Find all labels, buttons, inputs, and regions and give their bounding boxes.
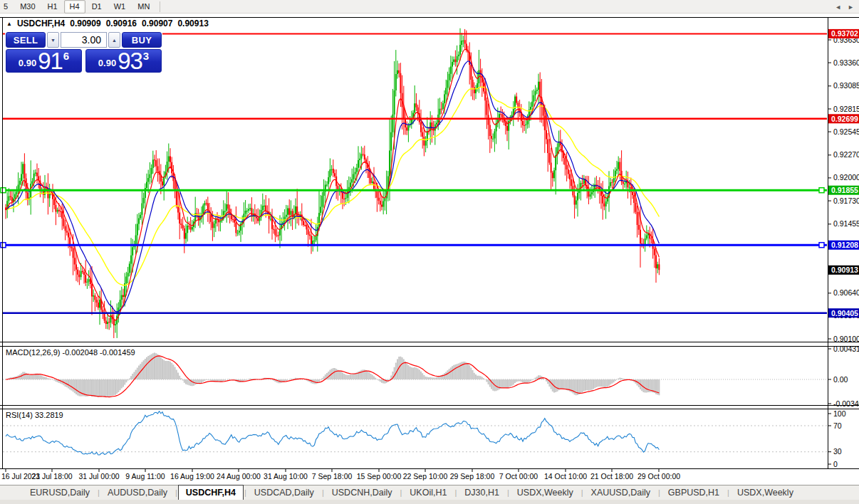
tab-XAUUSD-Daily[interactable]: XAUUSD,Daily xyxy=(584,486,657,499)
tab-scroll-left-icon[interactable]: ◄ xyxy=(835,4,841,11)
axis-badge-label-0.91208: 0.91208 xyxy=(831,241,858,249)
price-tick-0.91455: 0.91455 xyxy=(833,219,859,228)
macd-values: -0.002048 -0.001459 xyxy=(62,348,135,357)
ohlc-close: 0.90913 xyxy=(177,19,208,28)
date-label-10: 29 Sep 18:00 xyxy=(450,472,495,481)
price-tick-0.90640: 0.90640 xyxy=(833,288,859,297)
time-axis: 16 Jul 202123 Jul 18:0031 Jul 00:009 Aug… xyxy=(1,468,680,481)
ohlc-open: 0.90909 xyxy=(70,19,100,28)
chart-ohlc-header: ▲ USDCHF,H4 0.90909 0.90916 0.90907 0.90… xyxy=(6,19,209,28)
axis-badge-label-0.91855: 0.91855 xyxy=(831,186,858,194)
macd-tick--0.003405: -0.003405 xyxy=(833,399,859,408)
buy-button[interactable]: BUY xyxy=(122,32,162,48)
rsi-indicator-label: RSI(14) 33.2819 xyxy=(6,411,63,419)
timeframe-MN[interactable]: MN xyxy=(132,0,155,14)
rsi-tick-0: 0 xyxy=(833,460,838,468)
tab-USDX-Weekly[interactable]: USDX,Weekly xyxy=(730,486,801,499)
rsi-tick-70: 70 xyxy=(833,421,842,430)
volume-input[interactable]: 3.00 xyxy=(61,32,107,48)
ohlc-high: 0.90916 xyxy=(106,19,137,28)
date-label-13: 21 Oct 18:00 xyxy=(590,472,633,481)
mt4-terminal: { "toolbar": {"timeframes": ["5", "M30",… xyxy=(0,0,859,504)
price-tick-0.93360: 0.93360 xyxy=(833,58,859,67)
price-tick-0.90100: 0.90100 xyxy=(833,335,859,343)
sell-button[interactable]: SELL xyxy=(6,32,46,48)
tab-GBPUSD-H1[interactable]: GBPUSD,H1 xyxy=(661,486,727,499)
macd-name: MACD(12,26,9) xyxy=(6,348,60,357)
collapse-trade-panel-icon[interactable]: ▲ xyxy=(6,21,12,27)
indicator-panels[interactable] xyxy=(3,353,827,455)
tab-EURUSD-Daily[interactable]: EURUSD,Daily xyxy=(23,486,97,499)
tab-AUDUSD-Daily[interactable]: AUDUSD,Daily xyxy=(100,486,175,499)
buy-price-prefix: 0.90 xyxy=(98,58,116,68)
timeframe-5[interactable]: 5 xyxy=(0,0,14,14)
rsi-tick-100: 100 xyxy=(833,409,846,418)
candle-wicks-down xyxy=(6,29,659,338)
timeframe-M30[interactable]: M30 xyxy=(14,0,41,14)
hline-handle-0.91855[interactable] xyxy=(1,188,6,193)
timeframe-H1[interactable]: H1 xyxy=(42,0,63,14)
date-label-1: 23 Jul 18:00 xyxy=(31,472,72,481)
tab-USDCNH-Daily[interactable]: USDCNH,Daily xyxy=(325,486,400,499)
moving-average-15 xyxy=(6,61,659,312)
window-bottom-edge xyxy=(0,500,859,504)
date-label-6: 31 Aug 10:00 xyxy=(264,472,308,481)
main-price-panel[interactable] xyxy=(1,28,827,338)
tab-scroll-controls: ◄ ► xyxy=(835,4,854,11)
moving-average-40 xyxy=(6,87,659,285)
price-chart[interactable]: 0.936300.933600.930850.928150.925450.922… xyxy=(0,0,859,504)
sell-price-prefix: 0.90 xyxy=(19,58,36,68)
date-label-12: 14 Oct 10:00 xyxy=(544,472,587,481)
sell-price-pip: 6 xyxy=(63,50,69,62)
rsi-value: 33.2819 xyxy=(35,411,63,419)
price-tick-0.93085: 0.93085 xyxy=(833,81,859,90)
price-tick-0.92545: 0.92545 xyxy=(833,127,859,136)
ohlc-low: 0.90907 xyxy=(142,19,172,28)
candle-wicks-up xyxy=(7,28,657,338)
tab-scroll-right-icon[interactable]: ► xyxy=(848,4,854,11)
buy-price-box[interactable]: 0.90 93 3 xyxy=(85,49,162,73)
sell-price-main: 91 xyxy=(38,51,63,71)
timeframe-toolbar: 5M30H1H4D1W1MN xyxy=(0,0,859,14)
axis-badge-label-0.90913: 0.90913 xyxy=(831,266,858,274)
date-label-3: 9 Aug 11:00 xyxy=(125,472,165,481)
price-axis: 0.936300.933600.930850.928150.925450.922… xyxy=(828,29,859,468)
moving-average-7 xyxy=(6,49,659,320)
price-tick-0.92815: 0.92815 xyxy=(833,105,859,113)
candle-bodies-down xyxy=(6,40,659,325)
date-label-14: 29 Oct 00:00 xyxy=(637,472,680,481)
date-label-11: 7 Oct 00:00 xyxy=(499,472,538,481)
tab-DJ30-H1[interactable]: DJ30,H1 xyxy=(457,486,506,499)
buy-price-pip: 3 xyxy=(143,50,149,62)
tab-USDX-Weekly[interactable]: USDX,Weekly xyxy=(510,486,581,499)
hline-handle-0.91208[interactable] xyxy=(819,243,824,248)
sell-price-box[interactable]: 0.90 91 6 xyxy=(6,49,82,73)
tab-USDCAD-Daily[interactable]: USDCAD,Daily xyxy=(247,486,321,499)
macd-tick-0.00: 0.00 xyxy=(833,375,848,384)
axis-badge-label-0.92699: 0.92699 xyxy=(831,115,858,123)
symbol-timeframe-label: USDCHF,H4 xyxy=(17,19,65,28)
timeframe-D1[interactable]: D1 xyxy=(86,0,108,14)
volume-increase-button[interactable]: ▲ xyxy=(108,32,120,48)
macd-histogram xyxy=(6,353,659,398)
axis-badge-label-0.90405: 0.90405 xyxy=(831,309,858,317)
timeframe-W1[interactable]: W1 xyxy=(108,0,132,14)
tab-UKOil-H1[interactable]: UKOil,H1 xyxy=(402,486,454,499)
hline-handle-0.91208[interactable] xyxy=(1,243,6,248)
rsi-line xyxy=(6,411,659,455)
price-tick-0.91730: 0.91730 xyxy=(833,196,859,205)
date-label-2: 31 Jul 00:00 xyxy=(78,472,119,481)
rsi-name: RSI(14) xyxy=(6,411,33,419)
date-label-9: 22 Sep 10:00 xyxy=(403,472,448,481)
candle-bodies-up xyxy=(7,41,657,325)
volume-decrease-button[interactable]: ▼ xyxy=(47,32,59,48)
tab-USDCHF-H4[interactable]: USDCHF,H4 xyxy=(178,485,244,501)
date-label-4: 16 Aug 19:00 xyxy=(170,472,214,481)
timeframe-H4[interactable]: H4 xyxy=(64,0,85,14)
axis-badge-label-0.93702: 0.93702 xyxy=(831,29,858,38)
date-label-7: 7 Sep 18:00 xyxy=(312,472,353,481)
chart-tabs-bar: EURUSD,Daily|AUDUSD,Daily|USDCHF,H4|USDC… xyxy=(0,485,859,500)
hline-handle-0.91855[interactable] xyxy=(819,188,824,193)
price-tick-0.92000: 0.92000 xyxy=(833,173,859,182)
rsi-tick-30: 30 xyxy=(833,447,842,456)
